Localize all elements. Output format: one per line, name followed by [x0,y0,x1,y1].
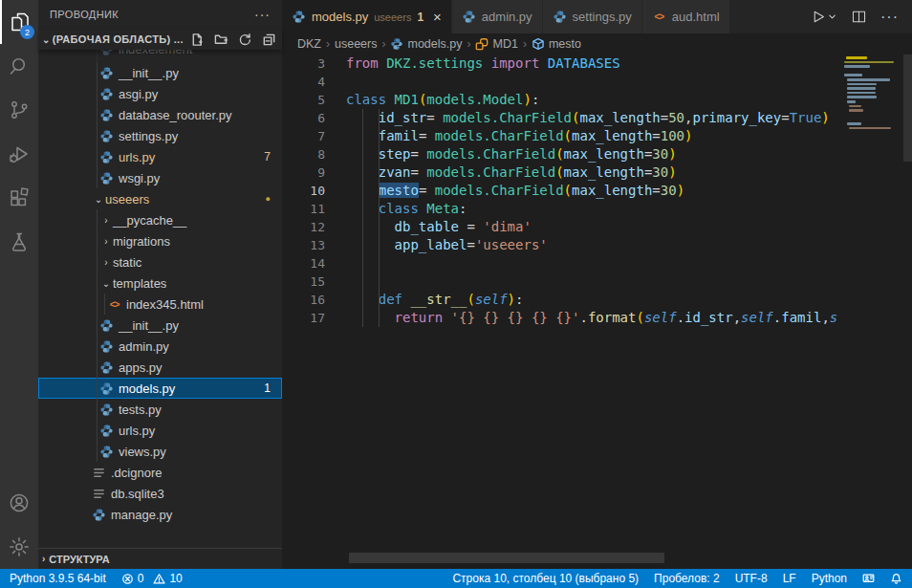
line-number[interactable]: 17 [282,309,325,327]
line-number[interactable]: 13 [282,236,325,254]
breadcrumb-label: DKZ [297,37,321,51]
activitybar-testing[interactable] [0,220,38,264]
code-line-text: from DKZ.settings import DATABASES [325,54,620,73]
tree-item-urls-py[interactable]: urls.py7 [38,146,282,167]
new-folder-icon[interactable] [214,33,228,47]
tree-item-models-py[interactable]: models.py1 [38,378,282,399]
line-number[interactable]: 9 [282,163,325,182]
activitybar-extensions[interactable] [0,176,38,220]
indent-guide [362,109,363,127]
close-icon[interactable]: × [433,9,442,25]
status-indentation[interactable]: Пробелов: 2 [654,572,720,585]
workspace-section-header[interactable]: ⌄ (РАБОЧАЯ ОБЛАСТЬ) ... [38,29,282,50]
tree-item-settings-py[interactable]: settings.py [38,125,282,146]
tab-aud-html[interactable]: <>aud.html [642,0,730,33]
tree-item-asgi-py[interactable]: asgi.py [38,83,282,104]
run-button[interactable] [811,9,837,25]
tree-item-views-py[interactable]: views.py [38,441,282,462]
new-file-icon[interactable] [190,33,205,47]
source-control-icon [8,98,31,121]
line-number[interactable]: 12 [282,218,325,236]
collapse-all-icon[interactable] [262,33,276,47]
tree-item-label: models.py [119,381,175,396]
tab-settings-py[interactable]: settings.py [543,0,642,33]
line-number[interactable]: 6 [282,109,325,127]
code-line-text: return '{} {} {} {} {}'.format(self.id_s… [325,309,837,327]
breadcrumb-item-models-py[interactable]: models.py [390,37,462,51]
tree-item-index345-html[interactable]: <>index345.html [38,294,282,315]
line-number[interactable]: 7 [282,127,325,145]
line-number[interactable]: 4 [282,73,325,91]
tree-folder-templates[interactable]: ⌄templates [38,272,282,294]
indent-guide [97,336,98,357]
code-line: 13 app_label='useeers' [282,236,843,254]
py-icon [99,381,114,396]
tree-folder-migrations[interactable]: ›migrations [38,230,282,251]
tree-item-database-roouter-py[interactable]: database_roouter.py [38,104,282,125]
line-number[interactable]: 10 [282,182,325,200]
horizontal-scrollbar[interactable] [349,553,664,563]
line-number[interactable]: 11 [282,200,325,218]
indent-guide [97,146,98,167]
line-number[interactable]: 14 [282,254,325,272]
tree-item-indexelement[interactable]: indexelement [38,50,282,62]
status-feedback[interactable] [862,573,875,585]
tree-folder-useeers[interactable]: ⌄useeers● [38,188,282,209]
code-lines: 3from DKZ.settings import DATABASES45cla… [282,54,843,327]
status-cursor-position[interactable]: Строка 10, столбец 10 (выбрано 5) [452,572,639,585]
tree-item-admin-py[interactable]: admin.py [38,336,282,357]
status-label: Python [812,572,847,585]
tab-admin-py[interactable]: admin.py [452,0,543,33]
tree-item-manage-py[interactable]: manage.py [38,504,282,525]
minimap[interactable] [844,54,903,227]
outline-section-header[interactable]: › СТРУКТУРА [38,548,282,569]
line-number[interactable]: 8 [282,145,325,163]
tree-item--dcignore[interactable]: .dcignore [38,462,282,483]
py-icon [99,445,114,459]
indent-guide [362,254,363,272]
refresh-icon[interactable] [238,33,252,47]
explorer-more-actions-icon[interactable]: ··· [254,7,271,22]
breadcrumb-item-md1[interactable]: MD1 [475,37,517,51]
tree-item-apps-py[interactable]: apps.py [38,357,282,378]
status-problems[interactable]: 010 [121,572,183,585]
activitybar-account[interactable] [0,481,38,525]
tree-item-db-sqlite3[interactable]: db.sqlite3 [38,483,282,504]
status-python-interpreter[interactable]: Python 3.9.5 64-bit [10,572,106,585]
tree-folder--pycache-[interactable]: ›__pycache__ [38,209,282,230]
activitybar-search[interactable] [0,44,38,88]
activitybar-explorer[interactable]: 2 [0,0,38,44]
status-language-mode[interactable]: Python [812,572,847,585]
tree-item-urls-py[interactable]: urls.py [38,420,282,441]
tree-item--init-py[interactable]: __init__.py [38,62,282,83]
line-number[interactable]: 5 [282,91,325,109]
status-eol[interactable]: LF [783,572,796,585]
breadcrumb-item-mesto[interactable]: mesto [532,37,581,51]
tree-item-wsgi-py[interactable]: wsgi.py [38,167,282,188]
minimap-line [847,83,877,86]
minimap-line [849,127,891,130]
breadcrumb-item-dkz[interactable]: DKZ [297,37,321,51]
status-left: Python 3.9.5 64-bit010 [10,572,183,585]
code-line: 9 zvan= models.CharField(max_length=30) [282,163,843,182]
status-notifications[interactable] [890,573,902,585]
line-number[interactable]: 3 [282,54,325,73]
split-editor-button[interactable] [851,9,867,25]
activitybar-settings[interactable] [0,525,38,569]
breadcrumb-item-useeers[interactable]: useeers [335,37,377,51]
line-number[interactable]: 15 [282,272,325,291]
activitybar-run-debug[interactable] [0,132,38,176]
split-icon [851,9,867,25]
tab-models-py[interactable]: models.pyuseeers1× [282,0,452,33]
more-actions-button[interactable]: ··· [880,9,899,26]
line-number[interactable]: 16 [282,291,325,309]
status-label: Пробелов: 2 [654,572,720,585]
activitybar-source-control[interactable] [0,88,38,132]
status-encoding[interactable]: UTF-8 [735,572,768,585]
tree-item-tests-py[interactable]: tests.py [38,399,282,420]
tree-folder-static[interactable]: ›static [38,251,282,272]
vertical-scrollbar[interactable] [903,54,912,162]
code-editor[interactable]: 3from DKZ.settings import DATABASES45cla… [282,54,912,569]
tree-item--init-py[interactable]: __init__.py [38,315,282,336]
tab-label: models.py [312,10,368,24]
